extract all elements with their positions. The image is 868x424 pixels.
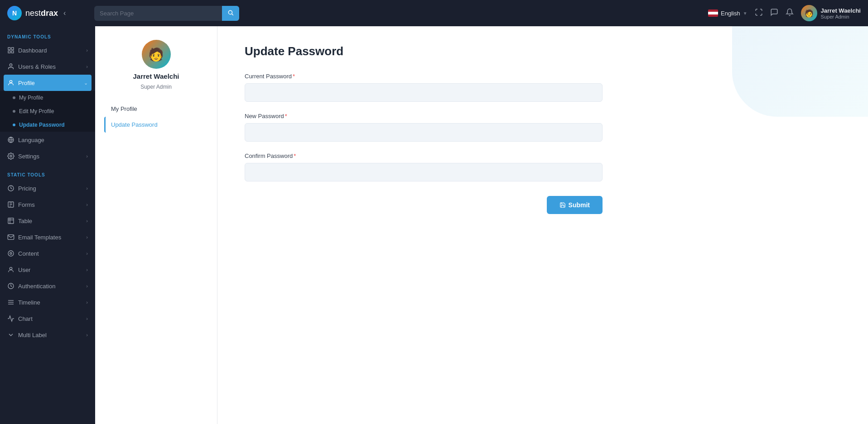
content-icon: [7, 250, 14, 257]
svg-point-15: [10, 267, 12, 270]
flag-icon: [708, 10, 718, 17]
svg-point-14: [10, 252, 12, 254]
current-password-input[interactable]: [245, 83, 603, 102]
subnav-update-password[interactable]: Update Password: [0, 118, 95, 132]
content-area: 🧑 Jarret Waelchi Super Admin My Profile …: [95, 26, 868, 424]
dashboard-icon: [7, 47, 14, 54]
submit-area: Submit: [245, 192, 603, 214]
confirm-password-input[interactable]: [245, 163, 603, 181]
save-icon: [559, 202, 566, 208]
chevron-right-icon: ›: [86, 267, 88, 272]
profile-role: Super Admin: [140, 84, 172, 90]
chat-icon[interactable]: [770, 8, 778, 19]
chevron-right-icon: ›: [86, 234, 88, 240]
user-name: Jarret Waelchi: [821, 7, 861, 14]
multilabel-icon: [7, 331, 14, 338]
language-selector[interactable]: English ▼: [708, 10, 747, 17]
profile-subnav: My Profile Edit My Profile Update Passwo…: [0, 91, 95, 132]
search-button[interactable]: [222, 6, 239, 21]
profile-name: Jarret Waelchi: [133, 72, 179, 80]
chevron-down-icon: ⌄: [84, 80, 88, 86]
dot-icon: [13, 110, 15, 113]
sidebar-item-forms[interactable]: Forms ›: [0, 196, 95, 213]
svg-rect-5: [11, 51, 14, 53]
sidebar-item-content[interactable]: Content ›: [0, 245, 95, 262]
sidebar-item-multi-label[interactable]: Multi Label ›: [0, 327, 95, 343]
svg-point-6: [10, 64, 12, 66]
search-area: [94, 6, 239, 21]
submit-button[interactable]: Submit: [547, 196, 603, 214]
sidebar-item-user[interactable]: User ›: [0, 262, 95, 278]
sidebar-item-users-roles[interactable]: Users & Roles ›: [0, 58, 95, 75]
sidebar-item-pricing[interactable]: Pricing ›: [0, 180, 95, 196]
sidebar-item-table[interactable]: Table ›: [0, 213, 95, 229]
dynamic-tools-label: DYNAMIC TOOLS: [0, 26, 95, 42]
chart-icon: [7, 315, 14, 322]
email-icon: [7, 233, 14, 241]
chevron-right-icon: ›: [86, 218, 88, 224]
sidebar-item-settings[interactable]: Settings ›: [0, 148, 95, 164]
table-icon: [7, 217, 14, 224]
chevron-right-icon: ›: [86, 300, 88, 305]
collapse-sidebar-button[interactable]: ‹: [63, 9, 66, 17]
chevron-right-icon: ›: [86, 48, 88, 53]
chevron-right-icon: ›: [86, 202, 88, 207]
dot-icon: [13, 96, 15, 99]
profile-icon: [7, 79, 14, 86]
chevron-right-icon: ›: [86, 283, 88, 289]
new-password-group: New Password*: [245, 113, 841, 142]
subnav-edit-profile[interactable]: Edit My Profile: [0, 105, 95, 118]
auth-icon: [7, 282, 14, 290]
profile-sidebar: 🧑 Jarret Waelchi Super Admin My Profile …: [95, 26, 217, 424]
current-password-group: Current Password*: [245, 73, 841, 102]
logo-icon: N: [7, 6, 22, 20]
svg-rect-3: [11, 48, 14, 50]
confirm-password-group: Confirm Password*: [245, 152, 841, 181]
chevron-right-icon: ›: [86, 64, 88, 69]
page-title: Update Password: [245, 44, 841, 58]
main-content: Update Password Current Password* New Pa…: [217, 26, 868, 424]
timeline-icon: [7, 299, 14, 306]
search-input[interactable]: [94, 6, 222, 20]
confirm-password-label: Confirm Password*: [245, 152, 841, 159]
profile-nav-update-password[interactable]: Update Password: [104, 117, 208, 133]
top-navigation: N nestdrax ‹ English ▼: [0, 0, 868, 26]
sidebar-item-chart[interactable]: Chart ›: [0, 310, 95, 327]
settings-icon: [7, 152, 14, 160]
svg-rect-2: [8, 48, 10, 50]
profile-nav-my-profile[interactable]: My Profile: [104, 101, 208, 117]
user-role: Super Admin: [821, 14, 861, 19]
sidebar-item-language[interactable]: Language: [0, 132, 95, 148]
sidebar: DYNAMIC TOOLS Dashboard › Users & Roles …: [0, 26, 95, 424]
svg-point-9: [10, 155, 12, 157]
nav-right: English ▼ 🧑 Jarret Waelchi Super Admin: [708, 5, 861, 21]
forms-icon: [7, 201, 14, 208]
svg-line-1: [232, 14, 233, 15]
avatar: 🧑: [142, 40, 171, 69]
main-layout: DYNAMIC TOOLS Dashboard › Users & Roles …: [0, 26, 868, 424]
logo-text: nestdrax: [25, 9, 58, 18]
notification-icon[interactable]: [786, 8, 794, 19]
chevron-right-icon: ›: [86, 332, 88, 338]
fullscreen-icon[interactable]: [755, 8, 763, 19]
new-password-input[interactable]: [245, 123, 603, 142]
users-icon: [7, 63, 14, 70]
pricing-icon: [7, 185, 14, 192]
svg-rect-12: [8, 218, 14, 224]
chevron-right-icon: ›: [86, 251, 88, 256]
sidebar-item-authentication[interactable]: Authentication ›: [0, 278, 95, 294]
sidebar-item-dashboard[interactable]: Dashboard ›: [0, 42, 95, 58]
current-password-label: Current Password*: [245, 73, 841, 80]
subnav-my-profile[interactable]: My Profile: [0, 91, 95, 105]
user-menu[interactable]: 🧑 Jarret Waelchi Super Admin: [801, 5, 861, 21]
sidebar-item-profile[interactable]: Profile ⌄: [4, 75, 92, 91]
svg-point-13: [8, 251, 14, 256]
svg-rect-4: [8, 51, 10, 53]
dot-icon: [13, 124, 15, 126]
user-info: Jarret Waelchi Super Admin: [821, 7, 861, 19]
chevron-right-icon: ›: [86, 316, 88, 321]
sidebar-item-email-templates[interactable]: Email Templates ›: [0, 229, 95, 245]
svg-point-7: [10, 81, 12, 83]
logo-area: N nestdrax ‹: [7, 6, 89, 20]
sidebar-item-timeline[interactable]: Timeline ›: [0, 294, 95, 310]
